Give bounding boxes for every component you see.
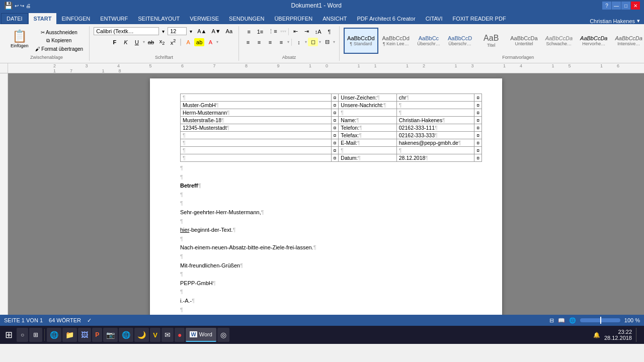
doc-paragraph[interactable]: ¶: [180, 199, 482, 208]
sort-button[interactable]: ↕A: [313, 28, 324, 36]
shading-button[interactable]: ◻: [308, 38, 318, 46]
layout-web-button[interactable]: 🌐: [569, 317, 576, 324]
doc-paragraph[interactable]: ¶: [180, 288, 482, 297]
taskbar-v[interactable]: V: [150, 328, 160, 342]
align-left-button[interactable]: ≡: [243, 38, 253, 46]
style-kein[interactable]: AaBbCcDd ¶ Kein Lee…: [379, 28, 413, 54]
text-effects-button[interactable]: A: [183, 38, 193, 46]
layout-print-button[interactable]: ⊟: [549, 317, 554, 324]
clear-format-button[interactable]: Aa: [224, 27, 234, 35]
font-size-input[interactable]: [168, 27, 187, 35]
taskbar-notification[interactable]: 🔔: [593, 332, 600, 338]
style-intensive[interactable]: AaBbCcDa Intensive…: [611, 28, 644, 54]
doc-paragraph[interactable]: ¶: [180, 235, 482, 244]
show-desktop-button[interactable]: [636, 328, 638, 342]
tab-ansicht[interactable]: ANSICHT: [317, 13, 352, 24]
doc-paragraph[interactable]: ¶: [180, 217, 482, 226]
help-button[interactable]: ?: [602, 2, 611, 10]
align-center-button[interactable]: ≡: [254, 38, 264, 46]
tab-seitenlayout[interactable]: SEITENLAYOUT: [133, 13, 185, 24]
multilevel-button[interactable]: ⋮≡: [266, 27, 279, 36]
font-name-dropdown[interactable]: ▾: [160, 28, 167, 35]
highlight-button[interactable]: ab: [194, 38, 204, 46]
underline-button[interactable]: U: [132, 38, 142, 46]
increase-font-button[interactable]: A▲: [195, 27, 208, 35]
numbering-button[interactable]: 1≡: [255, 28, 266, 36]
tab-sendungen[interactable]: SENDUNGEN: [224, 13, 269, 24]
superscript-button[interactable]: x2: [168, 37, 178, 47]
tab-ueberpruefen[interactable]: ÜBERPRÜFEN: [269, 13, 317, 24]
doc-text-start[interactable]: hier-beginnt-der-Text.¶: [180, 226, 482, 235]
tab-pdf-architect[interactable]: PDF Architect 6 Creator: [352, 13, 420, 24]
font-name-input[interactable]: [94, 27, 159, 35]
decrease-font-button[interactable]: A▼: [209, 27, 222, 35]
bullets-button[interactable]: ≡: [244, 28, 254, 36]
show-formatting-button[interactable]: ¶: [324, 28, 334, 36]
tab-entwurf[interactable]: ENTWURF: [95, 13, 133, 24]
cut-button[interactable]: ✂ Ausschneiden: [33, 29, 86, 36]
bold-button[interactable]: F: [110, 38, 120, 46]
doc-paragraph[interactable]: ¶: [180, 173, 482, 182]
style-ueberschrift2[interactable]: AaBbCcD Überschr…: [444, 28, 475, 54]
borders-button[interactable]: ⊟: [322, 38, 332, 46]
strikethrough-button[interactable]: ab: [146, 38, 156, 46]
document-scroll[interactable]: ¶ ¤ Unser-Zeichen:¶ chr¶ ¤ Muster-GmbH¶ …: [8, 73, 644, 315]
taskbar-ie[interactable]: 🌐: [47, 328, 61, 342]
doc-salutation[interactable]: Sehr-geehrter-Herr-Mustermann,¶: [180, 208, 482, 217]
doc-paragraph[interactable]: ¶: [180, 252, 482, 261]
doc-paragraph[interactable]: ¶: [180, 164, 482, 173]
style-untertitel[interactable]: AaBbCcDa Untertitel: [507, 28, 541, 54]
style-schwache[interactable]: AaBbCcDa Schwache…: [542, 28, 576, 54]
doc-greetings[interactable]: Mit-freundlichen-Grüßen¶: [180, 261, 482, 270]
style-titel[interactable]: AaB Titel: [476, 28, 506, 54]
style-standard[interactable]: AaBbCcDd ¶ Standard: [344, 28, 378, 54]
italic-button[interactable]: K: [121, 38, 131, 46]
doc-company[interactable]: PEPP-GmbH¶: [180, 279, 482, 288]
line-spacing-button[interactable]: ↕: [294, 38, 304, 46]
taskbar-circle[interactable]: ●: [175, 328, 185, 342]
format-paint-button[interactable]: 🖌 Format übertragen: [33, 45, 86, 53]
doc-betreff[interactable]: Betreff¶: [180, 182, 482, 191]
taskbar-photos[interactable]: 🖼: [78, 328, 91, 342]
taskbar-word[interactable]: W Word: [186, 328, 216, 342]
font-size-dropdown[interactable]: ▾: [188, 28, 194, 35]
taskbar-powerpoint[interactable]: P: [92, 328, 102, 342]
align-right-button[interactable]: ≡: [265, 38, 275, 46]
decrease-indent-button[interactable]: ⇤: [291, 27, 301, 36]
maximize-button[interactable]: □: [621, 2, 630, 10]
taskbar-mail[interactable]: ✉: [162, 328, 174, 342]
tab-einfuegen[interactable]: EINFÜGEN: [56, 13, 95, 24]
search-taskbar-button[interactable]: ○: [17, 328, 28, 342]
increase-indent-button[interactable]: ⇥: [302, 27, 312, 36]
taskbar-circle2[interactable]: ◎: [217, 328, 229, 342]
font-color-button[interactable]: A: [205, 38, 215, 46]
copy-button[interactable]: ⧉ Kopieren: [33, 37, 86, 45]
taskbar-camera[interactable]: 📷: [103, 328, 118, 342]
taskbar-moon[interactable]: 🌙: [134, 328, 149, 342]
subscript-button[interactable]: x2: [157, 37, 167, 47]
justify-button[interactable]: ≡: [276, 38, 286, 46]
doc-paragraph[interactable]: ¶: [180, 306, 482, 315]
layout-read-button[interactable]: 📖: [558, 317, 565, 324]
taskbar-chrome[interactable]: 🌐: [119, 328, 133, 342]
doc-name[interactable]: Christ¶: [180, 314, 482, 315]
doc-new-paragraph[interactable]: Nach-einem-neuen-Absatz-bitte-eine-Ziele…: [180, 243, 482, 252]
task-view-button[interactable]: ⊞: [29, 328, 42, 342]
tab-datei[interactable]: DATEI: [1, 13, 28, 24]
paste-button[interactable]: 📋 Einfügen: [8, 28, 31, 54]
style-hervorhebung[interactable]: AaBbCcDa Hervorhe…: [577, 28, 611, 54]
document-page[interactable]: ¶ ¤ Unser-Zeichen:¶ chr¶ ¤ Muster-GmbH¶ …: [150, 78, 502, 315]
tab-verweise[interactable]: VERWEISE: [185, 13, 224, 24]
doc-behalf[interactable]: i.-A.-¶: [180, 297, 482, 306]
doc-paragraph[interactable]: ¶: [180, 270, 482, 279]
tab-citavi[interactable]: CITAVI: [421, 13, 448, 24]
minimize-button[interactable]: —: [612, 2, 621, 10]
proofing-icon[interactable]: ✓: [87, 317, 92, 324]
style-ueberschrift1[interactable]: AaBbCc Überschr…: [414, 28, 444, 54]
tab-foxit[interactable]: FOXIT READER PDF: [447, 13, 511, 24]
taskbar-explorer[interactable]: 📁: [62, 328, 77, 342]
doc-paragraph[interactable]: ¶: [180, 191, 482, 200]
close-button[interactable]: ✕: [631, 2, 640, 10]
tab-start[interactable]: START: [29, 13, 57, 24]
start-button[interactable]: ⊞: [2, 328, 16, 341]
